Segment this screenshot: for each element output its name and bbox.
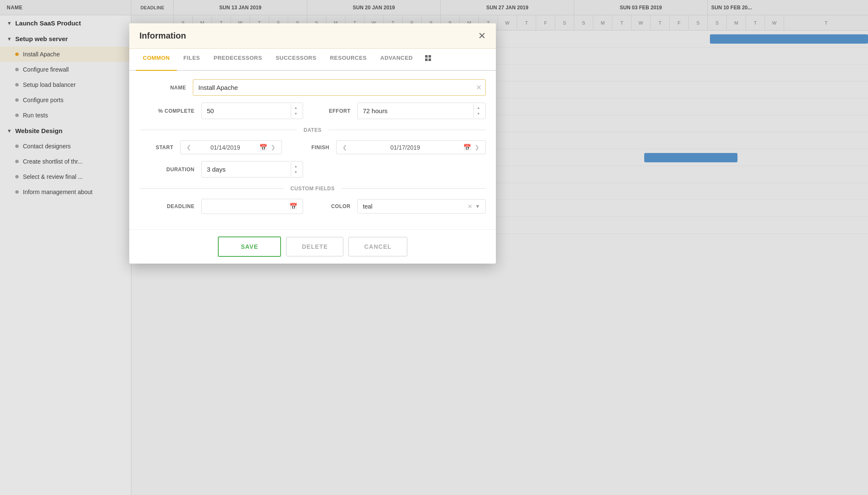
finish-date-next[interactable]: ❯ [473,143,481,151]
finish-date-value: 01/17/2019 [349,144,462,151]
color-label: COLOR [317,203,351,209]
start-date-value: 01/14/2019 [193,144,258,151]
modal-close-button[interactable]: ✕ [478,31,486,41]
tab-common[interactable]: COMMON [136,49,177,71]
name-label: NAME [139,85,186,91]
modal-tabs: COMMON FILES PREDECESSORS SUCCESSORS RES… [129,49,496,71]
svg-rect-3 [428,58,431,61]
tab-icon-button[interactable] [420,49,437,70]
effort-spin-up[interactable]: ▲ [476,105,481,111]
deadline-color-row: DEADLINE 📅 COLOR teal ✕ ▼ [139,199,486,214]
save-button[interactable]: SAVE [218,236,281,257]
effort-spin-down[interactable]: ▼ [476,111,481,117]
pct-effort-row: % COMPLETE ▲ ▼ EFFORT ▲ ▼ [139,103,486,119]
start-date-input-wrap: ❮ 01/14/2019 📅 ❯ [180,140,282,154]
custom-fields-divider: CUSTOM FIELDS [139,184,486,192]
pct-spin-up[interactable]: ▲ [294,105,298,111]
start-finish-row: START ❮ 01/14/2019 📅 ❯ FINISH ❮ 01/17/20… [139,140,486,154]
deadline-calendar-icon[interactable]: 📅 [289,203,298,210]
pct-spin-down[interactable]: ▼ [294,111,298,117]
duration-label: DURATION [139,167,195,172]
name-field-row: NAME ✕ [139,79,486,96]
duration-input[interactable] [202,161,291,177]
dates-section-label: DATES [297,127,328,133]
pct-spin-buttons: ▲ ▼ [291,104,300,117]
color-value: teal [363,203,467,210]
effort-input[interactable] [358,103,473,119]
tab-resources[interactable]: RESOURCES [323,49,373,71]
duration-input-wrap: ▲ ▼ [201,161,303,178]
pct-complete-input[interactable] [202,103,291,119]
duration-spin-down[interactable]: ▼ [294,170,298,175]
modal-body: NAME ✕ % COMPLETE ▲ ▼ EFFORT [129,71,496,229]
custom-fields-label: CUSTOM FIELDS [284,186,341,192]
name-input[interactable] [193,79,486,96]
svg-rect-1 [428,55,431,58]
name-input-wrap: ✕ [193,79,486,96]
grid-icon [425,55,432,62]
information-modal: Information ✕ COMMON FILES PREDECESSORS … [129,23,496,264]
start-date-prev[interactable]: ❮ [185,143,193,151]
modal-footer: SAVE DELETE CANCEL [129,229,496,264]
tab-advanced[interactable]: ADVANCED [373,49,420,71]
tab-files[interactable]: FILES [177,49,207,71]
finish-date-input-wrap: ❮ 01/17/2019 📅 ❯ [336,140,486,154]
color-chevron-icon[interactable]: ▼ [475,203,480,209]
effort-label: EFFORT [317,108,351,114]
deadline-label: DEADLINE [139,203,195,209]
modal-header: Information ✕ [129,23,496,49]
delete-button[interactable]: DELETE [286,237,343,256]
effort-input-wrap: ▲ ▼ [357,103,486,119]
name-clear-button[interactable]: ✕ [476,83,481,92]
tab-predecessors[interactable]: PREDECESSORS [207,49,269,71]
cancel-button[interactable]: CANCEL [348,237,407,256]
finish-label: FINISH [295,145,329,150]
dates-section-divider: DATES [139,126,486,133]
duration-spin-up[interactable]: ▲ [294,164,298,169]
svg-rect-0 [425,55,428,58]
modal-title: Information [139,31,186,41]
color-clear-button[interactable]: ✕ [467,203,473,210]
start-label: START [139,145,173,150]
finish-date-prev[interactable]: ❮ [341,143,349,151]
duration-row: DURATION ▲ ▼ [139,161,486,178]
pct-complete-label: % COMPLETE [139,108,195,114]
start-date-next[interactable]: ❯ [269,143,277,151]
duration-spin-buttons: ▲ ▼ [291,163,300,175]
finish-calendar-icon[interactable]: 📅 [462,144,473,151]
tab-successors[interactable]: SUCCESSORS [269,49,323,71]
effort-spin-buttons: ▲ ▼ [473,104,483,117]
svg-rect-2 [425,58,428,61]
deadline-input-wrap: 📅 [201,199,303,214]
pct-complete-input-wrap: ▲ ▼ [201,103,303,119]
start-calendar-icon[interactable]: 📅 [258,144,269,151]
color-select-wrap: teal ✕ ▼ [357,199,486,214]
